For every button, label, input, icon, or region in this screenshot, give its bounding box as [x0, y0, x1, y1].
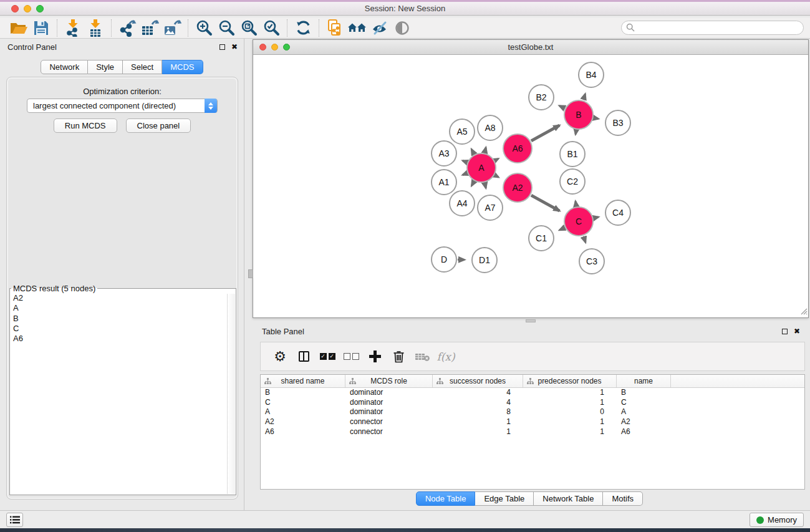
close-panel-icon[interactable]: ✖: [231, 44, 238, 50]
graph-edge-A-A5[interactable]: [471, 149, 474, 154]
graph-node-C2[interactable]: C2: [560, 169, 585, 194]
table-cell[interactable]: 4: [433, 388, 523, 398]
mcds-result-item[interactable]: A: [12, 303, 226, 313]
table-cell[interactable]: A: [261, 407, 345, 417]
tab-mcds[interactable]: MCDS: [162, 60, 203, 74]
table-cell[interactable]: connector: [345, 427, 433, 437]
export-image-icon[interactable]: [161, 19, 183, 37]
table-cell[interactable]: 8: [433, 407, 523, 417]
graph-node-A[interactable]: A: [467, 153, 496, 182]
table-row[interactable]: A2connector11A2: [261, 417, 804, 427]
graph-node-D1[interactable]: D1: [472, 248, 497, 273]
graph-edge-B-B1[interactable]: [576, 130, 576, 135]
table-cell[interactable]: dominator: [345, 407, 433, 417]
table-row[interactable]: Bdominator41B: [261, 388, 804, 398]
home-icon[interactable]: [346, 19, 369, 37]
graph-edge-A-A1[interactable]: [463, 173, 467, 175]
splitter-handle[interactable]: [248, 269, 253, 278]
import-table-icon[interactable]: [84, 19, 107, 37]
criterion-dropdown[interactable]: largest connected component (directed): [27, 99, 218, 113]
graph-edge-C-C1[interactable]: [559, 228, 564, 230]
float-panel-icon[interactable]: [219, 44, 225, 50]
select-all-icon[interactable]: ✓✓: [316, 346, 339, 367]
column-header-name[interactable]: name: [617, 375, 671, 387]
add-column-plus-icon[interactable]: [363, 346, 387, 367]
graph-edge-A2-C[interactable]: [531, 195, 559, 211]
graph-node-C[interactable]: C: [564, 207, 593, 236]
graph-node-B4[interactable]: B4: [579, 62, 604, 87]
graph-node-C4[interactable]: C4: [605, 200, 630, 225]
graph-node-C3[interactable]: C3: [579, 249, 604, 274]
table-cell[interactable]: 1: [433, 427, 523, 437]
graph-node-A1[interactable]: A1: [432, 170, 456, 195]
table-cell[interactable]: 1: [433, 417, 523, 427]
memory-button[interactable]: Memory: [750, 513, 804, 527]
tab-style[interactable]: Style: [88, 60, 123, 74]
graph-node-C1[interactable]: C1: [529, 226, 554, 251]
run-mcds-button[interactable]: Run MCDS: [54, 118, 117, 133]
table-cell[interactable]: C: [617, 398, 671, 408]
hide-panels-icon[interactable]: [369, 19, 391, 37]
mcds-result-item[interactable]: B: [12, 314, 226, 324]
graph-node-A8[interactable]: A8: [478, 115, 503, 140]
graph-node-B[interactable]: B: [564, 100, 593, 129]
table-cell[interactable]: 1: [523, 398, 617, 408]
table-cell[interactable]: 0: [523, 407, 617, 417]
graph-edge-C-C4[interactable]: [594, 217, 598, 218]
zoom-out-icon[interactable]: [215, 19, 238, 37]
refresh-icon[interactable]: [292, 19, 314, 37]
splitter-handle[interactable]: [526, 319, 536, 322]
graph-edge-A-A4[interactable]: [471, 181, 474, 186]
zoom-in-icon[interactable]: [193, 19, 215, 37]
graph-edge-B-B4[interactable]: [584, 94, 586, 100]
network-canvas[interactable]: B4B2BB3A5A8A6A3B1AA1C2A2A4A7C4CC1C3DD1: [253, 55, 808, 317]
tab-select[interactable]: Select: [123, 60, 162, 74]
graph-node-A7[interactable]: A7: [478, 195, 503, 220]
graph-edge-C-C3[interactable]: [584, 236, 586, 243]
resize-grip-icon[interactable]: [799, 306, 808, 317]
graph-edge-A-A8[interactable]: [485, 147, 486, 152]
graph-node-B1[interactable]: B1: [560, 142, 585, 167]
graph-edge-B-B3[interactable]: [594, 118, 599, 118]
tab-node-table[interactable]: Node Table: [416, 491, 476, 506]
table-cell[interactable]: 1: [523, 427, 617, 437]
open-session-icon[interactable]: [7, 19, 30, 37]
tab-network-table[interactable]: Network Table: [534, 491, 603, 506]
column-header-shared-name[interactable]: shared name: [261, 375, 345, 387]
table-cell[interactable]: A: [617, 407, 671, 417]
table-cell[interactable]: C: [261, 398, 345, 408]
save-session-icon[interactable]: [30, 19, 52, 37]
table-cell[interactable]: B: [261, 388, 345, 398]
clone-network-icon[interactable]: [324, 19, 346, 37]
table-row[interactable]: Adominator80A: [261, 407, 804, 417]
graph-edge-A-A6[interactable]: [495, 159, 498, 161]
graph-edge-B-B2[interactable]: [559, 106, 564, 109]
search-input[interactable]: [621, 21, 804, 35]
tab-edge-table[interactable]: Edge Table: [475, 491, 534, 506]
delete-column-trash-icon[interactable]: [387, 346, 410, 367]
graph-node-A6[interactable]: A6: [503, 134, 532, 163]
table-cell[interactable]: A2: [617, 417, 671, 427]
table-settings-gear-icon[interactable]: ⚙: [268, 346, 292, 367]
task-history-button[interactable]: [6, 513, 23, 527]
graph-node-B2[interactable]: B2: [529, 85, 554, 110]
table-cell[interactable]: A6: [617, 427, 671, 437]
mcds-result-scrollbar[interactable]: [227, 294, 235, 494]
import-network-icon[interactable]: [62, 19, 84, 37]
graph-node-A5[interactable]: A5: [450, 119, 475, 144]
close-panel-button[interactable]: Close panel: [126, 118, 191, 133]
show-columns-icon[interactable]: [292, 346, 316, 367]
zoom-selected-icon[interactable]: [260, 19, 282, 37]
graph-node-A3[interactable]: A3: [432, 141, 456, 166]
tab-network[interactable]: Network: [41, 60, 88, 74]
graph-edge-A-A2[interactable]: [495, 175, 499, 177]
close-table-panel-icon[interactable]: ✖: [794, 328, 800, 334]
tab-motifs[interactable]: Motifs: [603, 491, 643, 506]
show-eye-icon[interactable]: [391, 19, 413, 37]
zoom-fit-icon[interactable]: [238, 19, 260, 37]
table-cell[interactable]: 1: [523, 388, 617, 398]
graph-node-B3[interactable]: B3: [605, 110, 630, 135]
column-header-predecessor-nodes[interactable]: predecessor nodes: [523, 375, 617, 387]
graph-node-D[interactable]: D: [432, 247, 456, 272]
table-cell[interactable]: dominator: [345, 398, 433, 408]
